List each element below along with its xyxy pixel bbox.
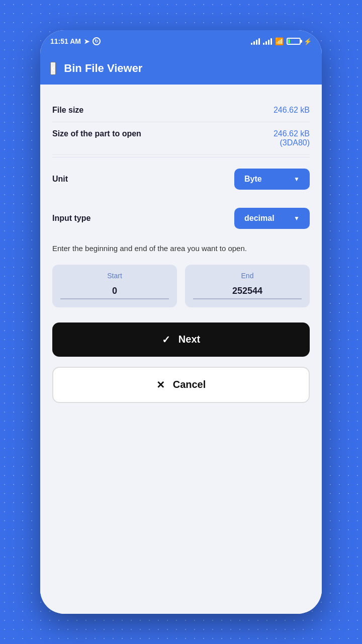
range-input-pair: Start End [52,265,310,307]
battery-charging-icon: ⚡ [304,38,312,45]
check-icon: ✓ [162,334,170,346]
end-label: End [241,272,254,280]
start-input[interactable] [60,284,169,299]
end-input[interactable] [193,284,302,299]
input-type-label: Input type [52,214,90,223]
file-size-value: 246.62 kB [274,106,310,115]
unit-chevron-down-icon: ▼ [294,176,300,183]
end-input-box: End [185,265,310,307]
location-icon: ➤ [84,38,89,45]
cancel-label: Cancel [173,379,206,390]
phone-frame: 11:51 AM ➤ ↻ 📶 ⚡ ‹ [40,30,322,614]
unit-value: Byte [244,175,262,184]
status-bar: 11:51 AM ➤ ↻ 📶 ⚡ [40,30,322,52]
next-label: Next [178,334,200,345]
next-button[interactable]: ✓ Next [52,323,310,357]
status-time-area: 11:51 AM ➤ ↻ [50,37,101,45]
battery-icon [287,38,301,45]
unit-dropdown[interactable]: Byte ▼ [234,169,310,190]
back-button[interactable]: ‹ [50,62,56,75]
wifi-icon: 📶 [275,37,284,45]
app-title: Bin File Viewer [64,62,142,75]
start-input-box: Start [52,265,177,307]
cancel-button[interactable]: ✕ Cancel [52,367,310,403]
sync-icon: ↻ [93,37,101,45]
app-bar: ‹ Bin File Viewer [40,52,322,85]
status-time-text: 11:51 AM [50,37,81,45]
unit-row: Unit Byte ▼ [52,159,310,199]
input-type-value: decimal [244,214,275,223]
part-size-value: 246.62 kB [274,129,310,138]
content-area: File size 246.62 kB Size of the part to … [40,85,322,614]
input-description-text: Enter the beginning and end of the area … [52,243,310,255]
status-icons: 📶 ⚡ [251,37,312,45]
cross-icon: ✕ [156,379,165,391]
signal-icon-2 [263,38,272,45]
file-size-row: File size 246.62 kB [52,99,310,122]
part-size-label: Size of the part to open [52,129,141,138]
signal-icon-1 [251,38,260,45]
start-label: Start [107,272,122,280]
input-type-chevron-down-icon: ▼ [294,215,300,222]
unit-label: Unit [52,175,68,184]
input-type-dropdown[interactable]: decimal ▼ [234,208,310,229]
input-type-row: Input type decimal ▼ [52,199,310,238]
file-size-label: File size [52,106,83,115]
part-size-row: Size of the part to open 246.62 kB (3DA8… [52,122,310,155]
part-size-hex: (3DA80) [274,138,310,147]
